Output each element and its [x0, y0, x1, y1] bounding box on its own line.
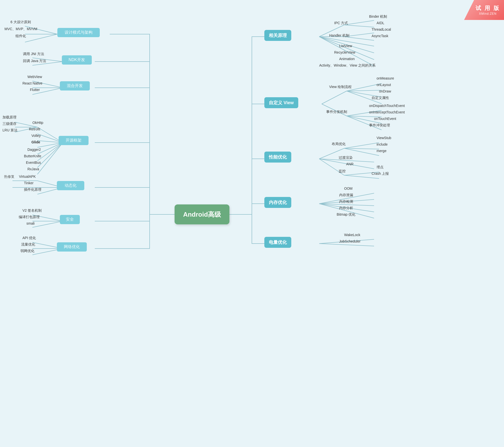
leaf-dispatch-touch: onDispatchTouchEvent: [369, 104, 405, 108]
leaf-glide-2: 三级缓存: [2, 122, 16, 126]
leaf-recyclerview: RecyclerView: [334, 50, 355, 54]
leaf-animation: Animation: [339, 57, 355, 61]
node-ndk: NDK开发: [62, 55, 92, 65]
leaf-net-1: API 优化: [22, 236, 36, 240]
leaf-draw-flow: View 绘制流程: [329, 85, 352, 89]
leaf-ndk-2: 回调 Java 方法: [23, 59, 46, 63]
leaf-over-draw: 过渡渲染: [339, 156, 353, 160]
leaf-ipc: IPC 方式: [334, 21, 348, 25]
node-opensource: 开源框架: [59, 136, 89, 145]
leaf-binder: Binder 机制: [369, 14, 387, 19]
node-custom-view: 自定义 View: [264, 97, 298, 108]
watermark-title: 试 用 版: [476, 4, 500, 12]
leaf-jobscheduler: JobScheduler: [339, 239, 361, 243]
watermark-subtitle: XMind:ZEN: [479, 12, 497, 15]
leaf-anr: ANR: [346, 162, 354, 166]
leaf-viewstub: ViewStub: [377, 136, 391, 140]
leaf-os-4: Dagger2: [27, 148, 41, 152]
leaf-monitor: 监控: [339, 169, 346, 174]
leaf-onlayout: onLayout: [377, 83, 391, 87]
leaf-design-1: 6 大设计原则: [10, 20, 31, 24]
leaf-crash-report: Crash 上报: [372, 172, 389, 176]
leaf-sec-1: V2 签名机制: [22, 208, 42, 213]
leaf-intercept-touch: onInterceptTouchEvent: [369, 110, 405, 114]
leaf-memory-leak: 内存泄漏: [339, 193, 353, 197]
leaf-dyn-1: VirtualAPK: [19, 175, 36, 179]
leaf-glide-3: LRU 算法: [2, 128, 17, 133]
node-security: 安全: [60, 215, 80, 224]
leaf-os-1: OkHttp: [32, 121, 43, 125]
leaf-os-3: Volley: [31, 134, 41, 138]
leaf-memory-analysis: 内存分析: [339, 206, 353, 210]
leaf-sec-2: 编译打包原理: [19, 215, 40, 219]
node-network: 网络优化: [57, 242, 87, 252]
leaf-event-dispatch: 事件分发机制: [326, 110, 347, 114]
center-node: Android高级: [175, 204, 229, 224]
leaf-design-2: MVC、MVP、MVVM: [4, 27, 37, 31]
leaf-oom: OOM: [344, 186, 352, 190]
leaf-wakelock: WakeLock: [344, 233, 360, 237]
leaf-memory-detect: 内存检测: [339, 199, 353, 204]
leaf-sec-3: smali: [26, 221, 35, 225]
leaf-net-3: 弱网优化: [20, 249, 34, 253]
leaf-threadlocal: ThreadLocal: [372, 27, 391, 31]
node-design: 设计模式与架构: [57, 28, 100, 37]
svg-line-53: [344, 148, 379, 149]
svg-line-39: [319, 37, 374, 60]
leaf-dyn-hotfix: 热修复: [4, 175, 14, 179]
leaf-os-6: EventBus: [26, 161, 41, 165]
leaf-touch-conflict: 事件冲突处理: [369, 123, 390, 128]
leaf-buried-point: 埋点: [377, 165, 384, 170]
svg-line-42: [347, 84, 382, 91]
node-performance: 性能优化: [264, 152, 291, 163]
leaf-handler: Handler 机制: [329, 33, 349, 38]
leaf-hybrid-3: Flutter: [30, 88, 40, 92]
svg-line-18: [37, 143, 63, 168]
leaf-merge: merge: [377, 149, 387, 153]
leaf-include: include: [377, 142, 388, 146]
node-memory: 内存优化: [264, 197, 291, 208]
node-hybrid: 混合开发: [60, 81, 90, 90]
leaf-dyn-2: 插件化原理: [24, 187, 41, 192]
leaf-activity-window: Activity、Window、View 之间的关系: [319, 63, 376, 68]
node-dynamic: 动态化: [57, 181, 84, 190]
svg-line-52: [344, 143, 379, 148]
node-principle: 相关原理: [264, 30, 291, 41]
leaf-onmeasure: onMeasure: [377, 76, 394, 80]
svg-line-41: [322, 91, 347, 104]
leaf-os-2: Retrofit: [29, 127, 40, 131]
mind-map: 试 用 版 XMind:ZEN: [0, 0, 504, 447]
svg-line-27: [32, 221, 63, 227]
leaf-os-5: ButterKnife: [24, 154, 41, 158]
leaf-hybrid-2: React Native: [22, 81, 42, 85]
svg-line-33: [344, 25, 374, 27]
svg-line-3: [25, 34, 57, 42]
leaf-hybrid-1: WebView: [27, 75, 42, 79]
leaf-bitmap-opt: Bitmap 优化: [337, 212, 355, 217]
leaf-os-7: RxJava: [27, 167, 39, 171]
leaf-aidl: AIDL: [377, 21, 384, 25]
leaf-glide-1: 加载原理: [2, 115, 16, 120]
leaf-asynctask: AsyncTask: [372, 34, 388, 38]
leaf-design-3: 组件化: [15, 34, 26, 38]
leaf-ondraw: onDraw: [379, 89, 391, 93]
svg-line-54: [344, 148, 379, 156]
svg-line-66: [319, 244, 374, 246]
leaf-custom-attr: 自定义属性: [372, 96, 389, 100]
svg-line-32: [344, 20, 374, 25]
svg-line-19: [37, 143, 63, 174]
leaf-ontouchevent: onTouchEvent: [374, 117, 396, 121]
leaf-dyn-tinker: Tinker: [24, 181, 33, 185]
leaf-layout-opt: 布局优化: [332, 142, 346, 146]
svg-line-43: [347, 90, 382, 91]
leaf-os-glide: Glide: [31, 140, 40, 144]
leaf-listview: ListView: [339, 44, 352, 48]
leaf-ndk-1: 调用 JNI 方法: [23, 52, 44, 56]
node-battery: 电量优化: [264, 237, 291, 248]
leaf-net-2: 流量优化: [21, 242, 35, 247]
